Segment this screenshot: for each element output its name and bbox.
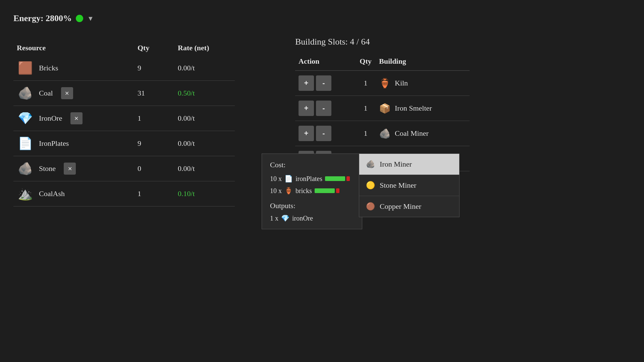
iron-smelter-add-button[interactable]: + (299, 101, 314, 116)
cost-panel: Cost: 10 x 📄 ironPlates 10 x 🏺 bricks Ou… (262, 154, 362, 229)
ironplates-rate: 0.00/t (178, 139, 231, 148)
stone-rate: 0.00/t (178, 164, 231, 173)
coal-icon: 🪨 (17, 86, 34, 100)
kiln-add-button[interactable]: + (299, 75, 314, 91)
bricks-cost-name: bricks (296, 187, 312, 195)
table-row: 🟫 Bricks 9 0.00/t (13, 56, 235, 81)
stone-cancel-button[interactable]: ✕ (64, 163, 76, 175)
dropdown-item-stone-miner[interactable]: 🟡 Stone Miner (359, 175, 459, 196)
building-table-header: Action Qty Building (295, 57, 470, 71)
kiln-actions: + - (299, 75, 352, 91)
dropdown-item-copper-miner[interactable]: 🟤 Copper Miner (359, 196, 459, 217)
bricks-cost-icon: 🏺 (284, 187, 293, 195)
ironore-icon: 💎 (17, 111, 34, 125)
energy-status-dot (76, 15, 83, 22)
resource-name-text: CoalAsh (39, 189, 65, 198)
coal-qty: 31 (138, 89, 178, 98)
iron-smelter-actions: + - (299, 101, 352, 116)
coal-miner-name: 🪨 Coal Miner (379, 128, 466, 139)
col-action: Action (299, 57, 352, 66)
dropdown-item-iron-miner[interactable]: 🪨 Iron Miner (359, 154, 459, 175)
iron-miner-icon: 🪨 (366, 160, 375, 169)
ironore-rate: 0.00/t (178, 114, 231, 123)
col-qty: Qty (138, 44, 178, 52)
coal-miner-icon: 🪨 (379, 128, 391, 139)
coal-miner-actions: + - (299, 126, 352, 141)
resource-name-text: Coal (39, 89, 53, 98)
col-rate: Rate (net) (178, 44, 231, 52)
ironore-cancel-button[interactable]: ✕ (70, 112, 83, 124)
kiln-remove-button[interactable]: - (316, 75, 331, 91)
bricks-cost-bar-deficit (336, 188, 339, 193)
energy-dropdown-arrow[interactable]: ▼ (87, 15, 94, 22)
table-row: 🪨 Stone ✕ 0 0.00/t (13, 156, 235, 181)
bricks-rate: 0.00/t (178, 64, 231, 72)
list-item: + - 1 📦 Iron Smelter (295, 96, 470, 121)
coalash-rate: 0.10/t (178, 189, 231, 198)
kiln-icon: 🏺 (379, 78, 391, 89)
ironplates-cost-bar (325, 176, 345, 181)
bricks-cost-amount: 10 x (270, 187, 282, 195)
cost-row-bricks: 10 x 🏺 bricks (270, 187, 354, 195)
outputs-title: Outputs: (270, 201, 354, 210)
energy-label: Energy: 2800% (13, 13, 72, 23)
bricks-icon: 🟫 (17, 61, 34, 75)
col-building-qty: Qty (352, 57, 379, 66)
resource-coalash: ⛰️ CoalAsh (17, 187, 138, 201)
coal-miner-remove-button[interactable]: - (316, 126, 331, 141)
ironplates-cost-amount: 10 x (270, 175, 282, 183)
stone-miner-icon: 🟡 (366, 181, 375, 190)
resource-stone: 🪨 Stone ✕ (17, 162, 138, 176)
ironplates-cost-icon: 📄 (284, 175, 293, 183)
resource-name-text: IronPlates (39, 139, 69, 148)
copper-miner-label: Copper Miner (380, 202, 421, 211)
table-row: 💎 IronOre ✕ 1 0.00/t (13, 106, 235, 131)
iron-smelter-icon: 📦 (379, 103, 391, 114)
ironplates-cost-name: ironPlates (296, 175, 322, 183)
coalash-qty: 1 (138, 189, 178, 198)
resource-name-text: IronOre (39, 114, 62, 123)
iron-smelter-remove-button[interactable]: - (316, 101, 331, 116)
copper-miner-icon: 🟤 (366, 202, 375, 211)
coalash-icon: ⛰️ (17, 187, 34, 201)
table-row: 📄 IronPlates 9 0.00/t (13, 131, 235, 156)
resource-panel: Resource Qty Rate (net) 🟫 Bricks 9 0.00/… (13, 44, 235, 206)
output-row-ironore: 1 x 💎 ironOre (270, 214, 354, 222)
ironplates-qty: 9 (138, 139, 178, 148)
coal-rate: 0.50/t (178, 89, 231, 98)
table-row: ⛰️ CoalAsh 1 0.10/t (13, 181, 235, 206)
stone-miner-label: Stone Miner (380, 181, 416, 190)
coal-miner-add-button[interactable]: + (299, 126, 314, 141)
cost-row-ironplates: 10 x 📄 ironPlates (270, 175, 354, 183)
list-item: + - 1 🏺 Kiln (295, 71, 470, 96)
building-panel: Building Slots: 4 / 64 Action Qty Buildi… (295, 37, 470, 171)
ironplates-cost-bar-deficit (346, 176, 350, 181)
building-type-dropdown: 🪨 Iron Miner 🟡 Stone Miner 🟤 Copper Mine… (359, 154, 460, 217)
stone-qty: 0 (138, 164, 178, 173)
col-resource: Resource (17, 44, 138, 52)
col-building: Building (379, 57, 466, 66)
ironplates-icon: 📄 (17, 136, 34, 150)
resource-bricks: 🟫 Bricks (17, 61, 138, 75)
resource-name-text: Bricks (39, 64, 58, 72)
coal-cancel-button[interactable]: ✕ (61, 87, 73, 99)
resource-name-text: Stone (39, 164, 56, 173)
header: Energy: 2800% ▼ (13, 13, 94, 23)
stone-icon: 🪨 (17, 162, 34, 176)
kiln-qty: 1 (352, 79, 379, 87)
kiln-name: 🏺 Kiln (379, 78, 466, 89)
coal-miner-qty: 1 (352, 129, 379, 138)
list-item: + - 1 🪨 Coal Miner (295, 121, 470, 146)
table-row: 🪨 Coal ✕ 31 0.50/t (13, 81, 235, 106)
ironore-output-icon: 💎 (281, 214, 289, 222)
building-slots-title: Building Slots: 4 / 64 (295, 37, 470, 47)
iron-miner-label: Iron Miner (380, 160, 412, 169)
resource-ironplates: 📄 IronPlates (17, 136, 138, 150)
ironore-output-amount: 1 x (270, 215, 278, 222)
resource-coal: 🪨 Coal ✕ (17, 86, 138, 100)
resource-ironore: 💎 IronOre ✕ (17, 111, 138, 125)
bricks-cost-bar (315, 188, 335, 193)
ironore-qty: 1 (138, 114, 178, 123)
bricks-qty: 9 (138, 64, 178, 72)
cost-title: Cost: (270, 161, 354, 169)
